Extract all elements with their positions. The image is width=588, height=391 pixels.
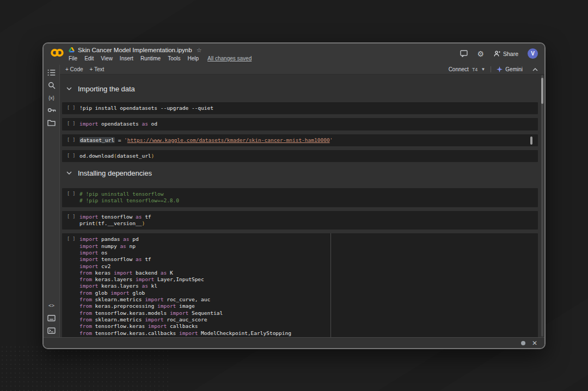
menu-bar: File Edit View Insert Runtime Tools Help… xyxy=(69,55,252,61)
runtime-type-badge: T4 xyxy=(472,67,478,72)
left-sidebar: {x} <> xyxy=(44,65,60,337)
code-line: print(tf.__version__) xyxy=(79,220,538,227)
gemini-button[interactable]: Gemini xyxy=(497,66,523,72)
code-line: import tensorflow as tf xyxy=(79,214,538,220)
menu-help[interactable]: Help xyxy=(187,55,199,61)
share-button[interactable]: Share xyxy=(493,51,518,57)
code-line: from keras import backend as K xyxy=(79,270,538,276)
notebook-content: Importing the data [ ] !pip install open… xyxy=(60,75,544,337)
code-line: !pip install opendatasets --upgrade --qu… xyxy=(79,105,538,111)
save-status-link[interactable]: All changes saved xyxy=(207,55,252,61)
code-line: import pandas as pd xyxy=(79,236,538,243)
code-line: import opendatasets as od xyxy=(79,121,538,127)
cell-code[interactable]: # !pip uninstall tensorflow# !pip instal… xyxy=(79,188,538,207)
code-cell[interactable]: [ ] import opendatasets as od xyxy=(62,118,538,130)
menu-view[interactable]: View xyxy=(101,55,113,61)
person-add-icon xyxy=(493,51,500,57)
notebook-title[interactable]: Skin Cancer Model Implementation.ipynb xyxy=(78,47,192,53)
code-cell[interactable]: [ ] import pandas as pdimport numpy as n… xyxy=(62,233,538,337)
menu-insert[interactable]: Insert xyxy=(120,55,133,61)
column-ruler xyxy=(330,233,331,337)
files-folder-icon[interactable] xyxy=(45,116,58,129)
run-cell-button[interactable]: [ ] xyxy=(62,211,79,230)
gemini-label: Gemini xyxy=(505,66,523,72)
run-cell-button[interactable]: [ ] xyxy=(62,102,79,114)
drive-icon xyxy=(69,47,75,53)
code-cell[interactable]: [ ] dataset_url = 'https://www.kaggle.co… xyxy=(62,134,538,146)
code-cell[interactable]: [ ] od.download(dataset_url) xyxy=(62,150,538,162)
code-line: od.download(dataset_url) xyxy=(79,153,538,159)
code-line: from sklearn.metrics import roc_curve, a… xyxy=(79,296,538,303)
connect-label: Connect xyxy=(449,66,469,72)
search-icon[interactable] xyxy=(45,79,58,91)
chevron-down-icon[interactable] xyxy=(66,171,72,175)
connect-dropdown-icon[interactable]: ▼ xyxy=(481,67,485,72)
code-line: import tensorflow as tf xyxy=(79,256,538,263)
code-line: from keras.preprocessing import image xyxy=(79,303,538,309)
run-cell-button[interactable]: [ ] xyxy=(62,118,79,130)
code-line: from sklearn.metrics import roc_auc_scor… xyxy=(79,316,538,323)
comments-icon[interactable] xyxy=(460,50,468,57)
code-cell[interactable]: [ ] # !pip uninstall tensorflow# !pip in… xyxy=(62,188,538,207)
cell-code[interactable]: !pip install opendatasets --upgrade --qu… xyxy=(79,102,538,114)
code-line: from tensorflow.keras.models import Sequ… xyxy=(79,310,538,316)
code-line: import cv2 xyxy=(79,263,538,270)
window-header: Skin Cancer Model Implementation.ipynb ☆… xyxy=(44,44,544,65)
toolbar-divider xyxy=(491,66,491,72)
terminal-icon[interactable] xyxy=(45,324,58,337)
settings-gear-icon[interactable]: ⚙ xyxy=(477,50,484,58)
code-line: import numpy as np xyxy=(79,243,538,250)
collapse-header-icon[interactable] xyxy=(532,68,538,71)
variables-icon[interactable]: {x} xyxy=(45,91,58,104)
status-dot-icon[interactable] xyxy=(521,341,525,345)
avatar[interactable]: V xyxy=(528,48,538,59)
scrollbar-thumb[interactable] xyxy=(541,78,543,104)
notebook-toolbar: + Code + Text Connect T4 ▼ Gemini xyxy=(60,65,544,75)
cell-code[interactable]: import tensorflow as tfprint(tf.__versio… xyxy=(79,211,538,230)
star-icon[interactable]: ☆ xyxy=(197,47,202,54)
gemini-sparkle-icon xyxy=(497,66,503,72)
chevron-down-icon[interactable] xyxy=(66,87,72,90)
code-line: dataset_url = 'https://www.kaggle.com/da… xyxy=(79,137,538,144)
menu-file[interactable]: File xyxy=(69,55,77,61)
menu-tools[interactable]: Tools xyxy=(168,55,180,61)
cell-code[interactable]: import pandas as pdimport numpy as npimp… xyxy=(79,233,538,337)
code-cell[interactable]: [ ] !pip install opendatasets --upgrade … xyxy=(62,102,538,114)
code-line: from tensorflow.keras.callbacks import M… xyxy=(79,330,538,337)
secrets-key-icon[interactable] xyxy=(45,104,58,116)
code-line: import os xyxy=(79,250,538,256)
add-text-button[interactable]: + Text xyxy=(90,66,105,72)
code-line: # !pip uninstall tensorflow xyxy=(79,191,538,197)
code-line: from glob import glob xyxy=(79,290,538,296)
code-line: from tensorflow.keras import callbacks xyxy=(79,323,538,330)
cell-scrollbar-thumb[interactable] xyxy=(530,136,532,145)
code-cell[interactable]: [ ] import tensorflow as tfprint(tf.__ve… xyxy=(62,211,538,230)
scrollbar-track[interactable] xyxy=(541,75,543,337)
connect-button[interactable]: Connect T4 ▼ xyxy=(449,66,486,72)
add-code-button[interactable]: + Code xyxy=(65,66,83,72)
run-cell-button[interactable]: [ ] xyxy=(62,150,79,162)
window-bottom-bar: ✕ xyxy=(44,337,544,348)
section-title: Installing dependencies xyxy=(78,169,152,177)
cell-code[interactable]: od.download(dataset_url) xyxy=(79,150,538,162)
section-title: Importing the data xyxy=(78,85,135,93)
run-cell-button[interactable]: [ ] xyxy=(62,188,79,207)
section-header-dependencies[interactable]: Installing dependencies xyxy=(60,167,544,179)
background-dot-pattern xyxy=(0,345,169,391)
colab-logo-icon[interactable] xyxy=(50,48,64,58)
colab-window: Skin Cancer Model Implementation.ipynb ☆… xyxy=(42,42,546,349)
menu-edit[interactable]: Edit xyxy=(84,55,94,61)
run-cell-button[interactable]: [ ] xyxy=(62,233,79,337)
share-label: Share xyxy=(503,51,518,57)
command-palette-icon[interactable] xyxy=(45,312,58,324)
cell-code[interactable]: import opendatasets as od xyxy=(79,118,538,130)
table-of-contents-icon[interactable] xyxy=(45,66,58,79)
run-cell-button[interactable]: [ ] xyxy=(62,134,79,146)
code-line: from keras.layers import Layer,InputSpec xyxy=(79,276,538,283)
menu-runtime[interactable]: Runtime xyxy=(140,55,161,61)
close-icon[interactable]: ✕ xyxy=(532,340,537,346)
code-line: import keras.layers as kl xyxy=(79,283,538,289)
section-header-importing[interactable]: Importing the data xyxy=(60,83,544,95)
cell-code[interactable]: dataset_url = 'https://www.kaggle.com/da… xyxy=(79,134,538,146)
code-snippets-icon[interactable]: <> xyxy=(45,299,58,312)
